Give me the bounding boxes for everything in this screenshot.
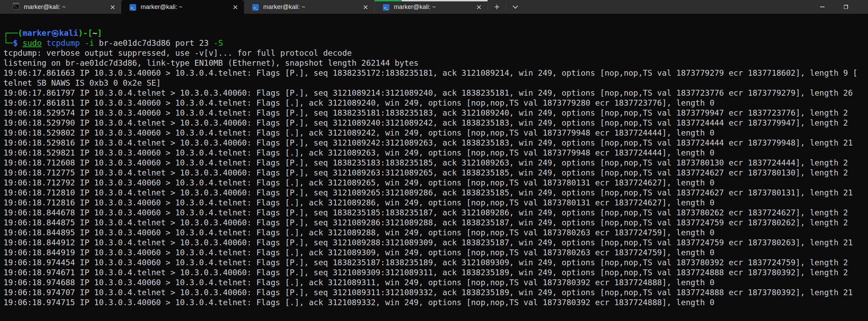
new-tab-button[interactable]: + <box>490 1 504 13</box>
terminal-output-line: telnet SB NAWS IS 0xb3 0 0x2e SE] <box>3 78 868 88</box>
chevron-down-icon <box>512 3 518 9</box>
tab-title: marker@kali: ~ <box>24 3 105 11</box>
terminal-output-line: 19:06:18.844912 IP 10.3.0.4.telnet > 10.… <box>3 238 868 248</box>
prompt-segment: br-ae01dc7d3d86 port 23 <box>94 39 213 47</box>
tab-bar: >_marker@kali: ~×>_marker@kali: ~×>_mark… <box>0 0 868 14</box>
prompt-segment: -i <box>84 39 94 47</box>
prompt-segment: ┌──( <box>3 29 22 38</box>
terminal-output-line: 19:06:18.844875 IP 10.3.0.4.telnet > 10.… <box>3 218 868 228</box>
tab-bar-divider <box>488 3 488 11</box>
terminal-output-line: 19:06:18.529816 IP 10.3.0.4.telnet > 10.… <box>3 138 868 148</box>
restore-icon <box>844 5 848 9</box>
prompt-segment: )-[ <box>78 29 93 38</box>
restore-button[interactable] <box>838 0 854 14</box>
tab-dropdown-button[interactable] <box>508 1 522 13</box>
terminal-viewport[interactable]: ┌──(marker㉿kali)-[~]└─$ sudo tcpdump -i … <box>0 14 868 321</box>
prompt-segment: $ <box>13 39 23 47</box>
powershell-icon: >_ <box>252 3 259 11</box>
terminal-output-line: 19:06:18.529802 IP 10.3.0.3.40060 > 10.3… <box>3 128 868 138</box>
terminal-output-line: 19:06:18.529821 IP 10.3.0.3.40060 > 10.3… <box>3 148 868 158</box>
tab-progress-strip <box>375 0 488 1</box>
close-window-button[interactable]: × <box>864 0 868 14</box>
prompt-segment <box>42 39 47 47</box>
terminal-output-line: listening on br-ae01dc7d3d86, link-type … <box>3 58 868 68</box>
shell-prompt-line-1: ┌──(marker㉿kali)-[~] <box>3 28 868 38</box>
terminal-output-line: 19:06:18.712816 IP 10.3.0.3.40060 > 10.3… <box>3 198 868 208</box>
prompt-segment: sudo <box>22 39 41 47</box>
linux-terminal-icon: >_ <box>13 3 19 11</box>
terminal-output-line: 19:06:18.529574 IP 10.3.0.3.40060 > 10.3… <box>3 108 868 118</box>
tab-3[interactable]: >_marker@kali: ~× <box>244 0 374 14</box>
prompt-segment: ~ <box>92 29 97 38</box>
tab-close-button[interactable]: × <box>474 2 484 12</box>
tab-strip: >_marker@kali: ~×>_marker@kali: ~×>_mark… <box>4 0 488 14</box>
terminal-output-line: tcpdump: verbose output suppressed, use … <box>3 48 868 58</box>
terminal-output-line: 19:06:18.712792 IP 10.3.0.3.40060 > 10.3… <box>3 178 868 188</box>
tab-close-button[interactable]: × <box>230 2 241 12</box>
terminal-output-line: 19:06:18.974715 IP 10.3.0.3.40060 > 10.3… <box>3 298 868 308</box>
prompt-segment: └─ <box>3 39 13 47</box>
tab-title: marker@kali: ~ <box>394 3 471 11</box>
tab-close-button[interactable]: × <box>360 2 371 12</box>
terminal-output-line: 19:06:18.712810 IP 10.3.0.4.telnet > 10.… <box>3 188 868 198</box>
terminal-output-line: 19:06:18.844895 IP 10.3.0.3.40060 > 10.3… <box>3 228 868 238</box>
powershell-icon: >_ <box>383 3 389 11</box>
tab-title: marker@kali: ~ <box>141 3 227 11</box>
terminal-output-line: 19:06:18.974707 IP 10.3.0.4.telnet > 10.… <box>3 288 868 298</box>
terminal-output-line: 19:06:17.861797 IP 10.3.0.4.telnet > 10.… <box>3 88 868 98</box>
prompt-segment <box>80 39 85 47</box>
tab-2-active[interactable]: >_marker@kali: ~× <box>121 0 244 14</box>
terminal-output-line: 19:06:18.844678 IP 10.3.0.3.40060 > 10.3… <box>3 208 868 218</box>
prompt-segment: marker㉿kali <box>22 29 78 38</box>
shell-command-line: └─$ sudo tcpdump -i br-ae01dc7d3d86 port… <box>3 38 868 48</box>
terminal-output-line: 19:06:18.974688 IP 10.3.0.3.40060 > 10.3… <box>3 278 868 288</box>
terminal-output-line: 19:06:17.861811 IP 10.3.0.3.40060 > 10.3… <box>3 98 868 108</box>
terminal-output-line: 19:06:17.861663 IP 10.3.0.3.40060 > 10.3… <box>3 68 868 78</box>
prompt-segment: ] <box>97 29 102 38</box>
terminal-output-line: 19:06:18.712608 IP 10.3.0.3.40060 > 10.3… <box>3 158 868 168</box>
tab-1[interactable]: >_marker@kali: ~× <box>4 0 121 14</box>
prompt-segment: -S <box>213 39 223 47</box>
terminal-output-line: 19:06:18.712775 IP 10.3.0.4.telnet > 10.… <box>3 168 868 178</box>
tab-close-button[interactable]: × <box>108 2 118 12</box>
terminal-output-line: 19:06:18.844919 IP 10.3.0.3.40060 > 10.3… <box>3 248 868 258</box>
minimize-icon <box>820 7 825 7</box>
prompt-segment: tcpdump <box>47 39 80 47</box>
terminal-output-line: 19:06:18.974671 IP 10.3.0.4.telnet > 10.… <box>3 268 868 278</box>
minimize-button[interactable] <box>814 0 830 14</box>
tab-title: marker@kali: ~ <box>263 3 358 11</box>
powershell-icon: >_ <box>130 3 136 11</box>
tab-bar-divider <box>506 3 506 11</box>
terminal-output-line: 19:06:18.974454 IP 10.3.0.3.40060 > 10.3… <box>3 258 868 268</box>
tab-4[interactable]: >_marker@kali: ~× <box>374 0 488 14</box>
terminal-output-line: 19:06:18.529790 IP 10.3.0.4.telnet > 10.… <box>3 118 868 128</box>
